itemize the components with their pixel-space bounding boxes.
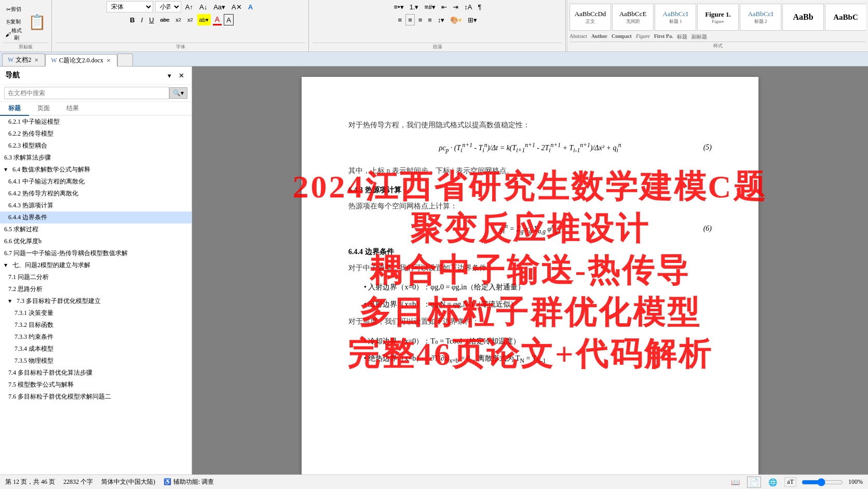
text-effect-button[interactable]: A xyxy=(246,1,255,12)
nav-tab-headings[interactable]: 标题 xyxy=(0,102,29,116)
nav-item-12[interactable]: ▾七、问题2模型的建立与求解 xyxy=(0,259,192,271)
nav-item-23[interactable]: 7.6 多目标粒子群优化模型求解问题二 xyxy=(0,391,192,403)
nav-item-11[interactable]: 6.7 问题一中子输运-热传导耦合模型数值求解 xyxy=(0,247,192,259)
bold-button[interactable]: B xyxy=(128,14,137,25)
tab-main-close[interactable]: ✕ xyxy=(105,58,112,63)
tab-main-doc[interactable]: W C题论文2.0.docx ✕ xyxy=(45,54,117,67)
clear-format-button[interactable]: A✕ xyxy=(229,1,244,12)
web-layout-button[interactable]: 🌐 xyxy=(766,477,779,488)
status-accessibility[interactable]: ♿ 辅助功能: 调查 xyxy=(164,478,214,486)
nav-close-button[interactable]: ✕ xyxy=(177,70,186,81)
nav-item-1[interactable]: 6.2.2 热传导模型 xyxy=(0,128,192,140)
nav-item-15[interactable]: ▾7.3 多目标粒子群优化模型建立 xyxy=(0,295,192,307)
subscript-button[interactable]: x2 xyxy=(173,14,183,25)
align-left-button[interactable]: ≡ xyxy=(396,14,404,25)
nav-item-3[interactable]: 6.3 求解算法步骤 xyxy=(0,152,192,164)
nav-item-14[interactable]: 7.2 思路分析 xyxy=(0,283,192,295)
doc-bullet-3: • 绝热边界（x=b）：∂T/∂x|x=b = 0，离散形式为 TN = TN-… xyxy=(364,352,712,366)
decrease-indent-button[interactable]: ⇤ xyxy=(439,1,449,12)
align-center-button[interactable]: ≡ xyxy=(405,14,415,25)
style-heading2[interactable]: AaBbCcI 标题 2 xyxy=(740,4,781,31)
line-spacing-button[interactable]: ↕▾ xyxy=(436,14,447,25)
print-layout-button[interactable]: 📄 xyxy=(747,477,761,488)
style-no-spacing[interactable]: AaBbCcE 无间距 xyxy=(612,4,654,31)
nav-tab-results[interactable]: 结果 xyxy=(58,102,87,115)
nav-item-4[interactable]: ▾6.4 数值求解数学公式与解释 xyxy=(0,164,192,176)
justify-button[interactable]: ≡ xyxy=(426,14,434,25)
paste-button[interactable]: 📋 xyxy=(26,8,48,35)
grow-font-button[interactable]: A↑ xyxy=(183,1,195,12)
style-normal[interactable]: AaBbCcDd 正文 xyxy=(569,4,611,31)
nav-item-20[interactable]: 7.3.5 物理模型 xyxy=(0,355,192,367)
status-page-info: 第 12 页，共 46 页 xyxy=(5,478,55,486)
underline-button[interactable]: U xyxy=(147,14,156,25)
increase-indent-button[interactable]: ⇥ xyxy=(451,1,460,12)
nav-item-9[interactable]: 6.5 求解过程 xyxy=(0,223,192,235)
nav-tab-pages[interactable]: 页面 xyxy=(29,102,58,115)
style-heading1[interactable]: AaBbCcI 标题 1 xyxy=(655,4,696,31)
nav-item-2[interactable]: 6.2.3 模型耦合 xyxy=(0,140,192,152)
nav-item-17[interactable]: 7.3.2 目标函数 xyxy=(0,319,192,331)
nav-item-22[interactable]: 7.5 模型数学公式与解释 xyxy=(0,379,192,391)
nav-item-6[interactable]: 6.4.2 热传导方程的离散化 xyxy=(0,188,192,200)
doc-bullet-1: • 出射边界（x=b）：φg,N = φg,N-1（零流近似） xyxy=(364,298,712,311)
nav-search-input[interactable] xyxy=(4,87,169,99)
nav-item-19[interactable]: 7.3.4 成本模型 xyxy=(0,343,192,355)
zoom-text: aT xyxy=(784,477,796,487)
style-aabbc[interactable]: AaBbC xyxy=(825,4,866,31)
copy-button[interactable]: ⎘ 复制 xyxy=(3,16,24,28)
format-painter-button[interactable]: 🖌 格式刷 xyxy=(3,29,24,40)
doc-text-4: 热源项在每个空间网格点上计算： xyxy=(348,200,712,213)
nav-expand-button[interactable]: ▾ xyxy=(166,70,173,81)
style-label-biaoti[interactable]: 标题 xyxy=(677,33,687,41)
cut-button[interactable]: ✂ 剪切 xyxy=(3,4,24,15)
nav-item-13[interactable]: 7.1 问题二分析 xyxy=(0,271,192,283)
strikethrough-button[interactable]: abc xyxy=(158,14,172,25)
style-figure[interactable]: Figure 1. Figure xyxy=(697,4,739,31)
nav-item-16[interactable]: 7.3.1 决策变量 xyxy=(0,307,192,319)
nav-item-21[interactable]: 7.4 多目标粒子群优化算法步骤 xyxy=(0,367,192,379)
read-mode-button[interactable]: 📖 xyxy=(729,477,742,488)
nav-search-button[interactable]: 🔍▾ xyxy=(169,87,187,99)
numbering-button[interactable]: 1.▾ xyxy=(408,1,421,12)
doc-section-643: 6.4.3 热源项计算 xyxy=(348,183,712,196)
nav-item-10[interactable]: 6.6 优化厚度b xyxy=(0,235,192,247)
tab-new[interactable] xyxy=(117,54,133,66)
nav-item-7[interactable]: 6.4.3 热源项计算 xyxy=(0,200,192,212)
style-label-fubiaoti[interactable]: 副标题 xyxy=(691,33,707,41)
nav-item-8[interactable]: 6.4.4 边界条件 xyxy=(0,212,192,223)
style-label-author[interactable]: Author xyxy=(591,33,607,41)
nav-title: 导航 xyxy=(5,71,20,80)
shrink-font-button[interactable]: A↓ xyxy=(197,1,209,12)
styles-panel: AaBbCcDd 正文 AaBbCcE 无间距 AaBbCcI 标题 1 Fig… xyxy=(567,0,868,52)
nav-item-5[interactable]: 6.4.1 中子输运方程的离散化 xyxy=(0,176,192,188)
italic-button[interactable]: I xyxy=(139,14,145,25)
nav-item-0[interactable]: 6.2.1 中子输运模型 xyxy=(0,116,192,128)
align-right-button[interactable]: ≡ xyxy=(416,14,425,25)
tab-doc2-close[interactable]: ✕ xyxy=(33,57,39,63)
bullets-button[interactable]: ≡•▾ xyxy=(392,1,406,12)
document-page: 对于热传导方程，我们使用隐式格式以提高数值稳定性： ρcp · (Tin+1 -… xyxy=(302,77,758,474)
border-button[interactable]: ⊞▾ xyxy=(466,14,479,25)
font-name-select[interactable]: 宋体 xyxy=(106,1,153,12)
tab-doc2[interactable]: W 文档2 ✕ xyxy=(2,54,45,66)
font-color-button[interactable]: A xyxy=(213,14,222,25)
tab-doc2-label: 文档2 xyxy=(16,56,31,64)
zoom-slider[interactable] xyxy=(802,478,843,486)
highlight-button[interactable]: ab▾ xyxy=(197,14,211,25)
doc-bullet-0: • 入射边界（x=0）：φg,0 = φg,in（给定入射通量） xyxy=(364,281,712,294)
superscript-button[interactable]: x2 xyxy=(185,14,195,25)
sort-button[interactable]: ↕A xyxy=(462,1,474,12)
char-border-button[interactable]: A xyxy=(224,14,234,25)
font-size-select[interactable]: 小四 xyxy=(155,1,181,12)
style-label-firstpa[interactable]: First Pa. xyxy=(654,33,673,41)
show-formatting-button[interactable]: ¶ xyxy=(476,1,484,12)
style-label-abstract[interactable]: Abstract xyxy=(569,33,587,41)
nav-item-18[interactable]: 7.3.3 约束条件 xyxy=(0,331,192,343)
style-label-figure[interactable]: Figure xyxy=(636,33,650,41)
shading-button[interactable]: 🎨▾ xyxy=(448,14,464,25)
style-label-compact[interactable]: Compact xyxy=(612,33,632,41)
multilevel-button[interactable]: ≡#▾ xyxy=(423,1,438,12)
style-aabb[interactable]: AaBb xyxy=(782,4,824,31)
change-case-button[interactable]: Aa▾ xyxy=(211,1,227,12)
